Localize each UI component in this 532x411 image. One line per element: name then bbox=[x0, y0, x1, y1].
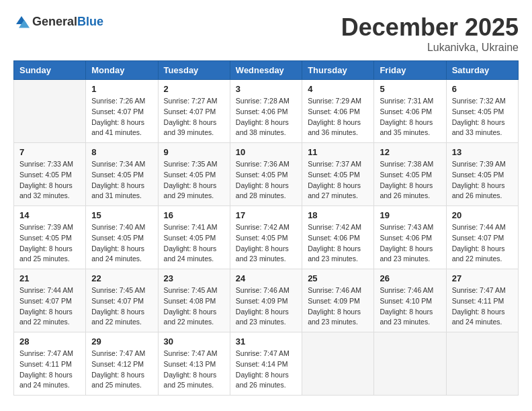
calendar-week-4: 21Sunrise: 7:44 AMSunset: 4:07 PMDayligh… bbox=[14, 269, 519, 332]
day-info: Sunrise: 7:36 AMSunset: 4:05 PMDaylight:… bbox=[236, 159, 296, 201]
day-number: 7 bbox=[19, 147, 80, 157]
day-info: Sunrise: 7:47 AMSunset: 4:13 PMDaylight:… bbox=[164, 349, 224, 391]
day-number: 30 bbox=[164, 336, 224, 347]
day-info: Sunrise: 7:46 AMSunset: 4:09 PMDaylight:… bbox=[236, 285, 296, 328]
calendar-cell: 3Sunrise: 7:28 AMSunset: 4:06 PMDaylight… bbox=[230, 80, 302, 143]
calendar-cell: 30Sunrise: 7:47 AMSunset: 4:13 PMDayligh… bbox=[158, 332, 230, 396]
day-number: 28 bbox=[19, 336, 80, 347]
day-number: 31 bbox=[236, 336, 296, 347]
location-subtitle: Lukanivka, Ukraine bbox=[341, 42, 519, 54]
calendar-cell: 17Sunrise: 7:42 AMSunset: 4:05 PMDayligh… bbox=[230, 206, 302, 269]
day-info: Sunrise: 7:34 AMSunset: 4:05 PMDaylight:… bbox=[91, 159, 152, 201]
day-number: 14 bbox=[19, 210, 80, 220]
calendar-cell: 10Sunrise: 7:36 AMSunset: 4:05 PMDayligh… bbox=[230, 143, 302, 206]
calendar-cell: 12Sunrise: 7:38 AMSunset: 4:05 PMDayligh… bbox=[374, 143, 446, 206]
day-number: 3 bbox=[236, 84, 296, 94]
calendar-week-1: 1Sunrise: 7:26 AMSunset: 4:07 PMDaylight… bbox=[14, 80, 519, 143]
calendar-cell: 28Sunrise: 7:47 AMSunset: 4:11 PMDayligh… bbox=[14, 332, 86, 396]
day-number: 20 bbox=[452, 210, 513, 220]
logo-icon bbox=[13, 13, 30, 30]
day-number: 21 bbox=[19, 273, 80, 283]
day-info: Sunrise: 7:47 AMSunset: 4:14 PMDaylight:… bbox=[236, 349, 296, 391]
calendar-cell: 16Sunrise: 7:41 AMSunset: 4:05 PMDayligh… bbox=[158, 206, 230, 269]
calendar-cell: 4Sunrise: 7:29 AMSunset: 4:06 PMDaylight… bbox=[302, 80, 374, 143]
calendar-cell: 26Sunrise: 7:46 AMSunset: 4:10 PMDayligh… bbox=[374, 269, 446, 332]
day-info: Sunrise: 7:31 AMSunset: 4:06 PMDaylight:… bbox=[380, 96, 440, 138]
day-number: 26 bbox=[380, 273, 440, 283]
calendar-cell: 22Sunrise: 7:45 AMSunset: 4:07 PMDayligh… bbox=[86, 269, 158, 332]
calendar-cell: 31Sunrise: 7:47 AMSunset: 4:14 PMDayligh… bbox=[230, 332, 302, 396]
calendar-cell: 19Sunrise: 7:43 AMSunset: 4:06 PMDayligh… bbox=[374, 206, 446, 269]
day-number: 12 bbox=[380, 147, 440, 157]
calendar-week-3: 14Sunrise: 7:39 AMSunset: 4:05 PMDayligh… bbox=[14, 206, 519, 269]
day-info: Sunrise: 7:38 AMSunset: 4:05 PMDaylight:… bbox=[380, 159, 440, 201]
day-number: 22 bbox=[91, 273, 152, 283]
calendar-cell: 24Sunrise: 7:46 AMSunset: 4:09 PMDayligh… bbox=[230, 269, 302, 332]
logo-text: GeneralBlue bbox=[32, 15, 103, 29]
day-number: 15 bbox=[91, 210, 152, 220]
day-number: 16 bbox=[164, 210, 224, 220]
day-info: Sunrise: 7:47 AMSunset: 4:11 PMDaylight:… bbox=[452, 285, 513, 328]
day-info: Sunrise: 7:45 AMSunset: 4:08 PMDaylight:… bbox=[164, 285, 224, 328]
calendar-cell bbox=[14, 80, 86, 143]
day-info: Sunrise: 7:41 AMSunset: 4:05 PMDaylight:… bbox=[164, 222, 224, 265]
day-number: 2 bbox=[164, 84, 224, 94]
calendar-cell: 20Sunrise: 7:44 AMSunset: 4:07 PMDayligh… bbox=[446, 206, 518, 269]
day-info: Sunrise: 7:28 AMSunset: 4:06 PMDaylight:… bbox=[236, 96, 296, 138]
day-info: Sunrise: 7:29 AMSunset: 4:06 PMDaylight:… bbox=[308, 96, 368, 138]
day-info: Sunrise: 7:44 AMSunset: 4:07 PMDaylight:… bbox=[452, 222, 513, 265]
day-number: 4 bbox=[308, 84, 368, 94]
day-number: 27 bbox=[452, 273, 513, 283]
calendar-cell bbox=[446, 332, 518, 396]
page-header: GeneralBlue December 2025 Lukanivka, Ukr… bbox=[13, 13, 519, 54]
calendar-week-5: 28Sunrise: 7:47 AMSunset: 4:11 PMDayligh… bbox=[14, 332, 519, 396]
day-number: 10 bbox=[236, 147, 296, 157]
calendar-cell: 8Sunrise: 7:34 AMSunset: 4:05 PMDaylight… bbox=[86, 143, 158, 206]
calendar-cell: 21Sunrise: 7:44 AMSunset: 4:07 PMDayligh… bbox=[14, 269, 86, 332]
day-info: Sunrise: 7:39 AMSunset: 4:05 PMDaylight:… bbox=[452, 159, 513, 201]
day-number: 11 bbox=[308, 147, 368, 157]
calendar-cell bbox=[302, 332, 374, 396]
calendar-cell: 29Sunrise: 7:47 AMSunset: 4:12 PMDayligh… bbox=[86, 332, 158, 396]
month-title: December 2025 bbox=[341, 13, 519, 42]
day-info: Sunrise: 7:42 AMSunset: 4:06 PMDaylight:… bbox=[308, 222, 368, 265]
day-info: Sunrise: 7:27 AMSunset: 4:07 PMDaylight:… bbox=[164, 96, 224, 138]
day-number: 9 bbox=[164, 147, 224, 157]
calendar-cell: 9Sunrise: 7:35 AMSunset: 4:05 PMDaylight… bbox=[158, 143, 230, 206]
calendar-cell: 5Sunrise: 7:31 AMSunset: 4:06 PMDaylight… bbox=[374, 80, 446, 143]
calendar-cell: 25Sunrise: 7:46 AMSunset: 4:09 PMDayligh… bbox=[302, 269, 374, 332]
day-number: 18 bbox=[308, 210, 368, 220]
day-info: Sunrise: 7:46 AMSunset: 4:10 PMDaylight:… bbox=[380, 285, 440, 328]
day-info: Sunrise: 7:46 AMSunset: 4:09 PMDaylight:… bbox=[308, 285, 368, 328]
calendar-header-row: SundayMondayTuesdayWednesdayThursdayFrid… bbox=[14, 61, 519, 80]
header-monday: Monday bbox=[86, 61, 158, 80]
day-info: Sunrise: 7:42 AMSunset: 4:05 PMDaylight:… bbox=[236, 222, 296, 265]
day-info: Sunrise: 7:35 AMSunset: 4:05 PMDaylight:… bbox=[164, 159, 224, 201]
title-block: December 2025 Lukanivka, Ukraine bbox=[341, 13, 519, 54]
day-info: Sunrise: 7:33 AMSunset: 4:05 PMDaylight:… bbox=[19, 159, 80, 201]
day-info: Sunrise: 7:47 AMSunset: 4:12 PMDaylight:… bbox=[91, 349, 152, 391]
calendar-cell: 6Sunrise: 7:32 AMSunset: 4:05 PMDaylight… bbox=[446, 80, 518, 143]
header-friday: Friday bbox=[374, 61, 446, 80]
day-info: Sunrise: 7:26 AMSunset: 4:07 PMDaylight:… bbox=[91, 96, 152, 138]
day-info: Sunrise: 7:44 AMSunset: 4:07 PMDaylight:… bbox=[19, 285, 80, 328]
day-info: Sunrise: 7:39 AMSunset: 4:05 PMDaylight:… bbox=[19, 222, 80, 265]
calendar-cell: 27Sunrise: 7:47 AMSunset: 4:11 PMDayligh… bbox=[446, 269, 518, 332]
day-number: 5 bbox=[380, 84, 440, 94]
day-number: 13 bbox=[452, 147, 513, 157]
day-info: Sunrise: 7:37 AMSunset: 4:05 PMDaylight:… bbox=[308, 159, 368, 201]
calendar-table: SundayMondayTuesdayWednesdayThursdayFrid… bbox=[13, 60, 519, 396]
logo: GeneralBlue bbox=[13, 13, 103, 30]
calendar-cell bbox=[374, 332, 446, 396]
day-info: Sunrise: 7:32 AMSunset: 4:05 PMDaylight:… bbox=[452, 96, 513, 138]
day-number: 23 bbox=[164, 273, 224, 283]
calendar-cell: 2Sunrise: 7:27 AMSunset: 4:07 PMDaylight… bbox=[158, 80, 230, 143]
calendar-week-2: 7Sunrise: 7:33 AMSunset: 4:05 PMDaylight… bbox=[14, 143, 519, 206]
calendar-cell: 11Sunrise: 7:37 AMSunset: 4:05 PMDayligh… bbox=[302, 143, 374, 206]
calendar-cell: 18Sunrise: 7:42 AMSunset: 4:06 PMDayligh… bbox=[302, 206, 374, 269]
header-saturday: Saturday bbox=[446, 61, 518, 80]
day-number: 1 bbox=[91, 84, 152, 94]
day-info: Sunrise: 7:47 AMSunset: 4:11 PMDaylight:… bbox=[19, 349, 80, 391]
day-number: 6 bbox=[452, 84, 513, 94]
calendar-cell: 13Sunrise: 7:39 AMSunset: 4:05 PMDayligh… bbox=[446, 143, 518, 206]
